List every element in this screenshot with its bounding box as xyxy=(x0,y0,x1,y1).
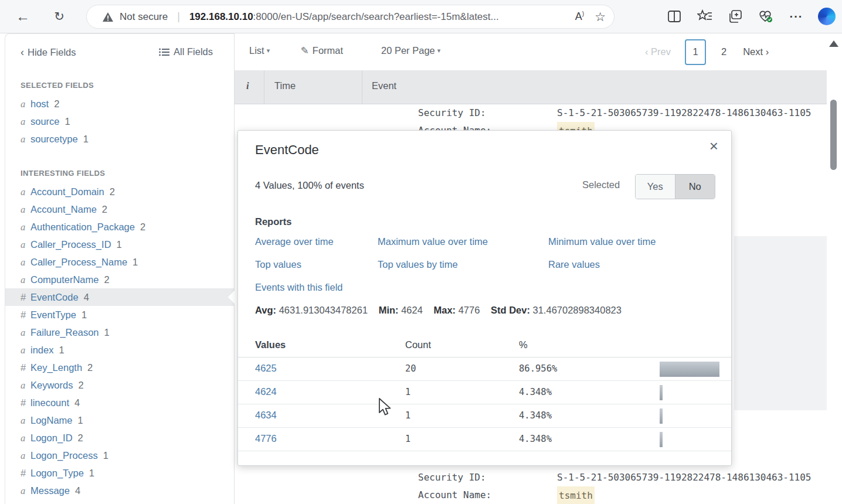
field-count: 1 xyxy=(103,450,108,461)
field-item-failure-reason[interactable]: aFailure_Reason1 xyxy=(21,323,234,341)
field-name: Caller_Process_ID xyxy=(30,239,111,250)
values-summary: 4 Values, 100% of events xyxy=(255,180,364,191)
favorites-hub-icon[interactable] xyxy=(690,6,720,27)
browser-essentials-icon[interactable] xyxy=(751,6,781,27)
event-field-value-highlighted[interactable]: tsmith xyxy=(557,486,595,504)
settings-ellipsis-icon[interactable]: ··· xyxy=(781,6,812,27)
page-1-button-current[interactable]: 1 xyxy=(685,39,706,65)
chevron-down-icon: ▾ xyxy=(437,47,441,54)
value-link[interactable]: 4776 xyxy=(255,433,277,444)
address-bar[interactable]: Not secure | 192.168.10.10:8000/en-US/ap… xyxy=(86,5,614,29)
favorite-star-icon[interactable]: ☆ xyxy=(595,10,606,24)
value-percent: 4.348% xyxy=(519,434,552,444)
close-icon[interactable]: × xyxy=(709,138,718,154)
next-page-button[interactable]: Next › xyxy=(743,46,769,57)
value-link[interactable]: 4625 xyxy=(255,363,277,374)
field-item-account-domain[interactable]: aAccount_Domain2 xyxy=(21,183,234,200)
value-percent: 4.348% xyxy=(519,387,552,397)
scrollbar-thumb[interactable] xyxy=(830,100,837,170)
field-item-keywords[interactable]: aKeywords2 xyxy=(21,376,234,394)
not-secure-label[interactable]: Not secure xyxy=(120,11,168,23)
browser-back-button[interactable]: ← xyxy=(12,5,34,28)
read-aloud-icon[interactable]: A) xyxy=(575,11,584,23)
event-field-label: Account Name: xyxy=(418,486,491,504)
percent-bar xyxy=(660,408,663,424)
field-item-index[interactable]: aindex1 xyxy=(21,341,234,359)
selected-toggle-label: Selected xyxy=(582,179,620,190)
report-link-average-over-time[interactable]: Average over time xyxy=(255,236,334,247)
time-column-header[interactable]: Time xyxy=(274,80,296,91)
percent-bar xyxy=(660,385,663,400)
mouse-cursor xyxy=(378,397,394,418)
field-name: LogName xyxy=(30,415,73,425)
field-name: Account_Name xyxy=(30,204,97,214)
event-field-value[interactable]: S-1-5-21-503065739-1192822478-1486130463… xyxy=(557,469,811,486)
url-text[interactable]: 192.168.10.10:8000/en-US/app/search/sear… xyxy=(189,11,565,23)
field-item-computername[interactable]: aComputerName2 xyxy=(21,271,234,288)
scrollbar-up-arrow[interactable] xyxy=(829,40,838,47)
field-item-linecount[interactable]: #linecount4 xyxy=(21,394,234,411)
url-host: 192.168.10.10 xyxy=(189,11,253,22)
field-item-logon-process[interactable]: aLogon_Process1 xyxy=(21,447,234,464)
field-item-logon-id[interactable]: aLogon_ID2 xyxy=(21,429,234,447)
all-fields-button[interactable]: All Fields xyxy=(159,46,213,57)
field-type-icon: a xyxy=(21,254,30,271)
copilot-icon[interactable] xyxy=(812,6,842,27)
values-table-header: Values Count % xyxy=(238,339,731,357)
event-field-value[interactable]: S-1-5-21-503065739-1192822478-1486130463… xyxy=(557,104,811,122)
field-item-logname[interactable]: aLogName1 xyxy=(21,411,234,429)
field-type-icon: a xyxy=(21,447,30,465)
prev-page-button: ‹ Prev xyxy=(645,46,671,57)
url-path: :8000/en-US/app/search/search?earliest=-… xyxy=(253,11,499,22)
split-screen-icon[interactable] xyxy=(659,6,690,27)
report-link-top-values[interactable]: Top values xyxy=(255,259,301,270)
report-link-maximum-over-time[interactable]: Maximum value over time xyxy=(378,236,488,247)
field-name: EventType xyxy=(30,309,76,320)
field-item-account-name[interactable]: aAccount_Name2 xyxy=(21,200,234,218)
value-count: 20 xyxy=(405,363,416,374)
field-item-caller-process-name[interactable]: aCaller_Process_Name1 xyxy=(21,253,234,271)
collections-icon[interactable] xyxy=(720,6,751,27)
eventcode-field-modal: EventCode × 4 Values, 100% of events Sel… xyxy=(237,130,732,466)
value-link[interactable]: 4634 xyxy=(255,410,277,421)
field-item-authentication-package[interactable]: aAuthentication_Package2 xyxy=(21,218,234,236)
field-count: 2 xyxy=(78,433,83,443)
report-link-minimum-over-time[interactable]: Minimum value over time xyxy=(548,236,656,247)
value-row-4624: 4624 1 4.348% xyxy=(238,381,731,404)
field-item-key-length[interactable]: #Key_Length2 xyxy=(21,359,234,376)
splunk-search-page: ‹Hide Fields All Fields SELECTED FIELDS … xyxy=(0,33,842,504)
field-count: 1 xyxy=(78,415,83,425)
address-divider: | xyxy=(177,11,180,23)
report-link-top-values-by-time[interactable]: Top values by time xyxy=(378,259,458,270)
value-percent: 86.956% xyxy=(519,363,557,374)
field-type-icon: a xyxy=(21,430,30,447)
count-column-header: Count xyxy=(405,339,431,350)
field-count: 4 xyxy=(74,397,80,408)
results-toolbar: List▾ ✎Format 20 Per Page▾ ‹ Prev 1 2 Ne… xyxy=(235,33,829,70)
per-page-dropdown[interactable]: 20 Per Page▾ xyxy=(381,45,440,56)
page-2-button[interactable]: 2 xyxy=(721,46,726,57)
report-link-events-with-field[interactable]: Events with this field xyxy=(255,282,342,293)
selected-yes-button[interactable]: Yes xyxy=(636,175,675,199)
field-name: linecount xyxy=(30,397,69,408)
field-type-icon: a xyxy=(21,219,30,236)
field-item-eventcode-selected[interactable]: #EventCode4 xyxy=(5,288,234,306)
field-count: 1 xyxy=(133,257,138,267)
field-name: index xyxy=(30,345,53,355)
event-field-label: Security ID: xyxy=(418,469,486,486)
hide-fields-button[interactable]: ‹Hide Fields xyxy=(21,46,76,59)
selected-no-button-active[interactable]: No xyxy=(675,175,715,199)
field-name: Logon_Process xyxy=(30,450,98,461)
event-row-security-id-2: Security ID: S-1-5-21-503065739-11928224… xyxy=(0,469,827,486)
field-item-caller-process-id[interactable]: aCaller_Process_ID1 xyxy=(21,236,234,253)
field-count: 2 xyxy=(140,222,145,232)
browser-reload-button[interactable]: ↻ xyxy=(48,5,70,28)
field-count: 1 xyxy=(104,327,109,338)
field-count: 4 xyxy=(84,292,89,302)
list-view-dropdown[interactable]: List▾ xyxy=(249,45,270,56)
field-item-eventtype[interactable]: #EventType1 xyxy=(21,306,234,323)
format-button[interactable]: ✎Format xyxy=(301,45,343,56)
percent-column-header: % xyxy=(519,339,528,350)
value-link[interactable]: 4624 xyxy=(255,386,277,397)
report-link-rare-values[interactable]: Rare values xyxy=(548,259,600,270)
